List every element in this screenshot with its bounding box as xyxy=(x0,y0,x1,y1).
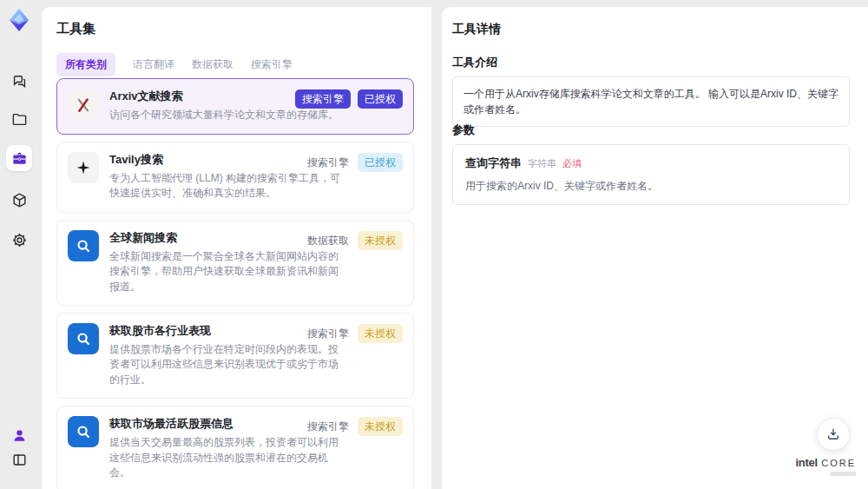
toolbox-icon xyxy=(11,150,28,167)
category-badge: 搜索引擎 xyxy=(306,324,351,343)
intel-core-logo: intel CORE xyxy=(796,454,856,476)
category-badge: 数据获取 xyxy=(306,231,351,250)
tool-desc: 专为人工智能代理 (LLM) 构建的搜索引擎工具，可快速提供实时、准确和真实的结… xyxy=(109,171,345,202)
intel-wordmark: intel xyxy=(796,456,818,469)
tool-detail-panel: 工具详情 工具介绍 一个用于从Arxiv存储库搜索科学论文和文章的工具。 输入可… xyxy=(442,7,868,489)
app-logo-icon xyxy=(6,7,32,33)
sidebar-item-chat[interactable] xyxy=(6,67,32,93)
tool-intro-text: 一个用于从Arxiv存储库搜索科学论文和文章的工具。 输入可以是Arxiv ID… xyxy=(452,76,850,127)
tab-all-categories[interactable]: 所有类别 xyxy=(56,53,115,76)
auth-status-badge: 已授权 xyxy=(358,89,403,109)
sidebar-item-collapse[interactable] xyxy=(6,446,32,472)
left-rail xyxy=(0,0,38,489)
tool-card-sector-performance[interactable]: 获取股市各行业表现 提供股票市场各个行业在特定时间段内的表现。投资者可以利用这些… xyxy=(56,313,414,399)
param-desc: 用于搜索的Arxiv ID、关键字或作者姓名。 xyxy=(465,179,837,194)
download-button[interactable] xyxy=(817,418,850,451)
settings-icon xyxy=(11,232,28,248)
param-type: 字符串 xyxy=(528,157,556,170)
page-title: 工具集 xyxy=(56,21,95,37)
four-point-star-icon xyxy=(68,152,99,183)
chat-icon xyxy=(11,72,28,89)
core-wordmark: CORE xyxy=(821,458,856,468)
panel-toggle-icon xyxy=(11,452,28,468)
category-badge: 搜索引擎 xyxy=(306,417,351,436)
blue-search-icon xyxy=(68,416,99,447)
auth-status-badge: 已授权 xyxy=(358,153,403,172)
tool-card-arxiv[interactable]: Arxiv文献搜索 访问各个研究领域大量科学论文和文章的存储库。 搜索引擎 已授… xyxy=(56,78,414,135)
blue-search-icon xyxy=(68,323,99,354)
tool-card-list: Arxiv文献搜索 访问各个研究领域大量科学论文和文章的存储库。 搜索引擎 已授… xyxy=(56,78,414,489)
arxiv-logo-icon xyxy=(68,89,99,120)
sidebar-item-settings[interactable] xyxy=(6,227,32,253)
category-tabs: 所有类别 语言翻译 数据获取 搜索引擎 xyxy=(56,53,293,76)
tool-card-most-active-stocks[interactable]: 获取市场最活跃股票信息 提供当天交易量最高的股票列表，投资者可以利用这些信息来识… xyxy=(56,406,414,489)
category-badge: 搜索引擎 xyxy=(295,89,351,109)
detail-title: 工具详情 xyxy=(452,22,501,37)
parameter-card: 查询字符串 字符串 必填 用于搜索的Arxiv ID、关键字或作者姓名。 xyxy=(452,144,850,205)
param-required-label: 必填 xyxy=(562,157,582,170)
tool-desc: 提供股票市场各个行业在特定时间段内的表现。投资者可以利用这些信息来识别表现优于或… xyxy=(109,342,345,387)
blue-search-icon xyxy=(68,230,99,261)
tool-card-global-news[interactable]: 全球新闻搜索 全球新闻搜索是一个聚合全球各大新闻网站内容的搜索引擎，帮助用户快速… xyxy=(56,220,414,306)
auth-status-badge: 未授权 xyxy=(358,324,403,343)
sidebar-item-models[interactable] xyxy=(6,187,32,213)
param-name: 查询字符串 xyxy=(465,155,522,171)
tool-desc: 提供当天交易量最高的股票列表，投资者可以利用这些信息来识别流动性强的股票和潜在的… xyxy=(109,435,345,480)
sidebar-item-tools[interactable] xyxy=(6,145,32,171)
tab-language-translation[interactable]: 语言翻译 xyxy=(133,53,174,76)
category-badge: 搜索引擎 xyxy=(306,153,351,172)
user-icon xyxy=(11,427,28,444)
auth-status-badge: 未授权 xyxy=(358,231,403,250)
sidebar-item-account[interactable] xyxy=(6,422,32,448)
cube-icon xyxy=(11,192,28,208)
tool-desc: 访问各个研究领域大量科学论文和文章的存储库。 xyxy=(109,108,345,122)
intro-heading: 工具介绍 xyxy=(452,55,497,70)
tool-card-tavily[interactable]: Tavily搜索 专为人工智能代理 (LLM) 构建的搜索引擎工具，可快速提供实… xyxy=(56,142,414,213)
intel-logo-underline xyxy=(830,472,856,476)
tab-search-engine[interactable]: 搜索引擎 xyxy=(251,53,293,76)
tab-data-acquisition[interactable]: 数据获取 xyxy=(192,53,233,76)
folder-icon xyxy=(11,111,28,128)
tool-desc: 全球新闻搜索是一个聚合全球各大新闻网站内容的搜索引擎，帮助用户快速获取全球最新资… xyxy=(109,249,345,294)
params-heading: 参数 xyxy=(452,122,475,138)
tools-list-panel: 工具集 所有类别 语言翻译 数据获取 搜索引擎 Arxiv文献搜索 访问各个研究… xyxy=(42,7,431,489)
download-icon xyxy=(825,426,841,442)
sidebar-item-files[interactable] xyxy=(6,106,32,132)
auth-status-badge: 未授权 xyxy=(358,417,403,436)
